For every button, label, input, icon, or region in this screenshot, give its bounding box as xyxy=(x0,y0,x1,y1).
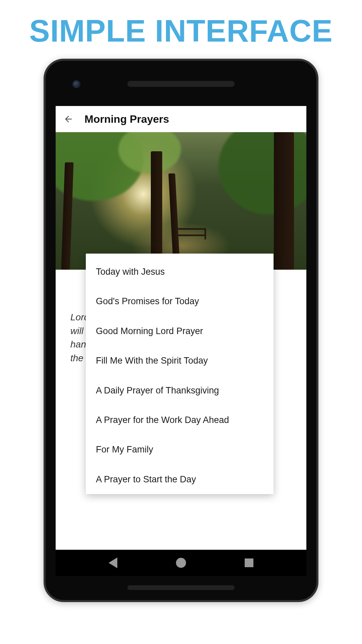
menu-item-fill-me-spirit[interactable]: Fill Me With the Spirit Today xyxy=(86,346,274,375)
prayer-menu-popup: Today with Jesus God's Promises for Toda… xyxy=(86,254,274,494)
hero-image xyxy=(56,132,306,270)
menu-item-good-morning-lord[interactable]: Good Morning Lord Prayer xyxy=(86,316,274,346)
bench-icon xyxy=(176,228,206,239)
nav-recent-button[interactable] xyxy=(243,557,255,569)
menu-item-start-the-day[interactable]: A Prayer to Start the Day xyxy=(86,465,274,494)
promo-headline: SIMPLE INTERFACE xyxy=(0,0,362,59)
android-nav-bar xyxy=(56,550,306,576)
menu-item-today-with-jesus[interactable]: Today with Jesus xyxy=(86,257,274,286)
page-title: Morning Prayers xyxy=(84,113,169,125)
square-recent-icon xyxy=(245,558,253,567)
menu-item-work-day-ahead[interactable]: A Prayer for the Work Day Ahead xyxy=(86,405,274,435)
phone-side-button xyxy=(318,249,318,309)
phone-speaker-bottom xyxy=(127,585,235,590)
app-screen: Morning Prayers Lord, may I sit awhile w… xyxy=(56,106,306,550)
back-button[interactable] xyxy=(62,112,75,126)
app-bar: Morning Prayers xyxy=(56,106,306,132)
arrow-left-icon xyxy=(63,114,73,124)
nav-home-button[interactable] xyxy=(175,557,187,569)
triangle-back-icon xyxy=(109,557,117,568)
phone-side-button xyxy=(318,319,318,379)
nav-back-button[interactable] xyxy=(107,557,119,569)
phone-speaker-top xyxy=(127,81,235,87)
phone-camera-icon xyxy=(72,80,80,88)
phone-mockup-frame: Morning Prayers Lord, may I sit awhile w… xyxy=(44,59,318,602)
phone-side-button xyxy=(318,161,318,188)
menu-item-gods-promises[interactable]: God's Promises for Today xyxy=(86,286,274,316)
circle-home-icon xyxy=(176,558,186,568)
menu-item-daily-thanksgiving[interactable]: A Daily Prayer of Thanksgiving xyxy=(86,376,274,405)
menu-item-for-my-family[interactable]: For My Family xyxy=(86,435,274,464)
